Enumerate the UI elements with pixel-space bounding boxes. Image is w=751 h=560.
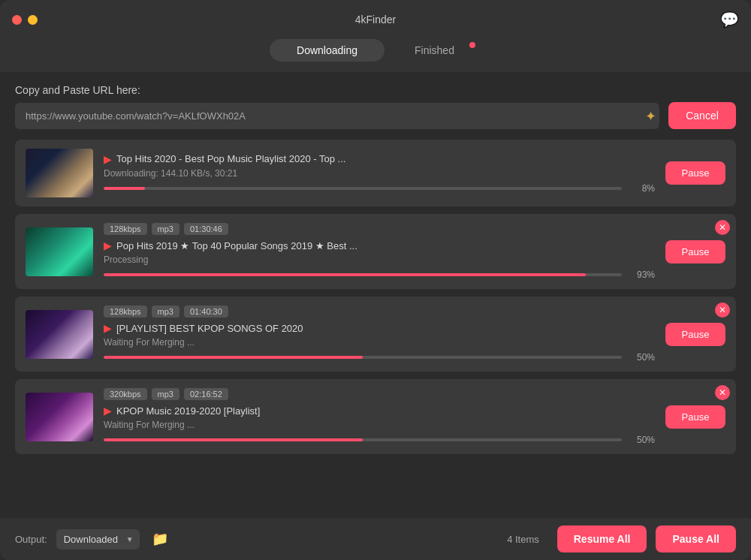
item-info: ▶ Top Hits 2020 - Best Pop Music Playlis… (104, 153, 655, 194)
badge-format: mp3 (152, 223, 179, 235)
cancel-button[interactable]: Cancel (668, 102, 736, 129)
url-label: Copy and Paste URL here: (15, 84, 736, 96)
pause-button[interactable]: Pause (665, 405, 725, 429)
item-thumbnail (26, 310, 93, 359)
item-title-row: ▶ KPOP Music 2019-2020 [Playlist] (104, 405, 655, 417)
youtube-icon: ▶ (104, 405, 112, 417)
pause-button[interactable]: Pause (665, 161, 725, 185)
youtube-icon: ▶ (104, 153, 112, 165)
title-bar: 4kFinder 💬 (0, 0, 751, 39)
item-status: Waiting For Merging ... (104, 337, 655, 348)
pause-button[interactable]: Pause (665, 323, 725, 346)
progress-fill (104, 187, 145, 190)
item-title-row: ▶ [PLAYLIST] BEST KPOP SONGS OF 2020 (104, 322, 655, 334)
item-badges: 320kbps mp3 02:16:52 (104, 388, 655, 400)
item-info: 128kbps mp3 01:40:30 ▶ [PLAYLIST] BEST K… (104, 306, 655, 363)
download-item: 320kbps mp3 02:16:52 ▶ KPOP Music 2019-2… (15, 379, 736, 454)
minimize-traffic-light[interactable] (28, 15, 38, 25)
url-input[interactable] (15, 103, 659, 129)
close-item-button[interactable]: ✕ (715, 303, 730, 318)
badge-bitrate: 128kbps (104, 223, 147, 235)
item-title-row: ▶ Top Hits 2020 - Best Pop Music Playlis… (104, 153, 655, 165)
main-content: Copy and Paste URL here: Cancel ✦ ▶ Top … (0, 72, 751, 506)
item-status: Processing (104, 254, 655, 265)
badge-bitrate: 128kbps (104, 306, 147, 318)
progress-row: 93% (104, 269, 655, 280)
progress-fill (104, 438, 363, 441)
download-item: ▶ Top Hits 2020 - Best Pop Music Playlis… (15, 140, 736, 206)
progress-row: 50% (104, 435, 655, 445)
item-actions: Pause (665, 161, 725, 185)
pause-button[interactable]: Pause (665, 240, 725, 263)
item-info: 128kbps mp3 01:30:46 ▶ Pop Hits 2019 ★ T… (104, 223, 655, 280)
bottom-bar: Output: Downloaded ▼ 📁 4 Items Resume Al… (0, 518, 751, 560)
item-title: KPOP Music 2019-2020 [Playlist] (116, 405, 260, 417)
item-actions: Pause (665, 323, 725, 346)
item-thumbnail (26, 227, 93, 276)
progress-row: 50% (104, 352, 655, 363)
url-section: Copy and Paste URL here: Cancel ✦ (15, 84, 736, 129)
item-title: Pop Hits 2019 ★ Top 40 Popular Songs 201… (116, 240, 357, 251)
item-thumbnail (26, 149, 93, 197)
spinner-icon: ✦ (645, 108, 656, 125)
traffic-lights (12, 15, 38, 25)
close-item-button[interactable]: ✕ (715, 385, 730, 400)
item-status: Downloading: 144.10 KB/s, 30:21 (104, 168, 655, 179)
progress-percent: 8% (628, 183, 655, 194)
progress-track (104, 187, 622, 190)
download-item: 128kbps mp3 01:40:30 ▶ [PLAYLIST] BEST K… (15, 297, 736, 372)
youtube-icon: ▶ (104, 239, 112, 251)
progress-percent: 93% (628, 269, 655, 280)
tab-finished[interactable]: Finished (388, 39, 481, 62)
item-badges: 128kbps mp3 01:40:30 (104, 306, 655, 318)
progress-track (104, 273, 622, 276)
items-count: 4 Items (507, 534, 539, 545)
item-title: Top Hits 2020 - Best Pop Music Playlist … (116, 153, 345, 164)
progress-percent: 50% (628, 352, 655, 363)
progress-fill (104, 356, 363, 359)
resume-all-button[interactable]: Resume All (557, 525, 647, 552)
close-traffic-light[interactable] (12, 15, 22, 25)
output-select[interactable]: Downloaded (56, 529, 140, 549)
download-item: 128kbps mp3 01:30:46 ▶ Pop Hits 2019 ★ T… (15, 214, 736, 289)
item-title-row: ▶ Pop Hits 2019 ★ Top 40 Popular Songs 2… (104, 239, 655, 251)
item-actions: Pause (665, 240, 725, 263)
chat-icon[interactable]: 💬 (720, 11, 739, 29)
folder-icon[interactable]: 📁 (152, 531, 168, 547)
progress-track (104, 438, 622, 441)
badge-format: mp3 (152, 388, 179, 400)
progress-percent: 50% (628, 435, 655, 445)
item-info: 320kbps mp3 02:16:52 ▶ KPOP Music 2019-2… (104, 388, 655, 445)
finished-badge (469, 42, 475, 48)
app-title: 4kFinder (355, 14, 396, 26)
item-status: Waiting For Merging ... (104, 420, 655, 430)
progress-fill (104, 273, 586, 276)
item-thumbnail (26, 393, 93, 441)
download-list: ▶ Top Hits 2020 - Best Pop Music Playlis… (15, 140, 736, 454)
progress-row: 8% (104, 183, 655, 194)
progress-track (104, 356, 622, 359)
tab-downloading[interactable]: Downloading (270, 39, 385, 62)
badge-duration: 01:40:30 (184, 306, 228, 318)
badge-duration: 01:30:46 (184, 223, 228, 235)
item-badges: 128kbps mp3 01:30:46 (104, 223, 655, 235)
tab-bar: Downloading Finished (0, 39, 751, 72)
pause-all-button[interactable]: Pause All (656, 525, 736, 552)
close-item-button[interactable]: ✕ (715, 220, 730, 235)
output-label: Output: (15, 534, 47, 545)
item-title: [PLAYLIST] BEST KPOP SONGS OF 2020 (116, 323, 303, 334)
item-actions: Pause (665, 405, 725, 429)
badge-duration: 02:16:52 (184, 388, 228, 400)
youtube-icon: ▶ (104, 322, 112, 334)
output-select-wrapper: Downloaded ▼ (56, 529, 140, 549)
badge-format: mp3 (152, 306, 179, 318)
url-row: Cancel (15, 102, 736, 129)
badge-bitrate: 320kbps (104, 388, 147, 400)
